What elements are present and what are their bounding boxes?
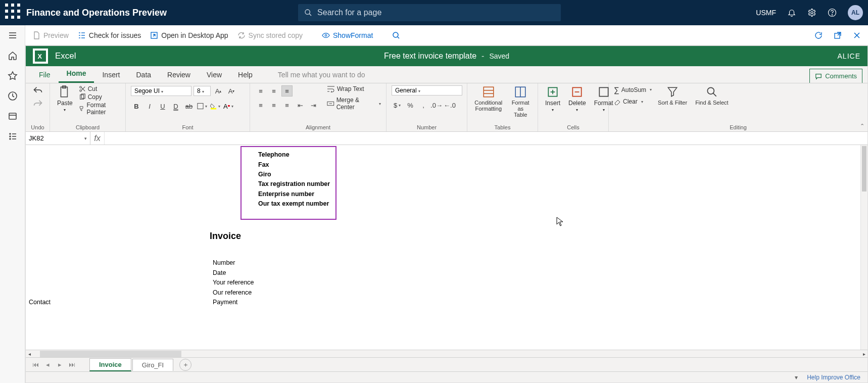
- tab-home[interactable]: Home: [59, 65, 94, 83]
- sheet-nav-last-icon[interactable]: ⏭: [66, 361, 77, 368]
- cell-fax[interactable]: Fax: [258, 161, 269, 168]
- font-color-button[interactable]: A: [223, 101, 234, 112]
- nav-module-icon[interactable]: [8, 111, 18, 121]
- bell-icon[interactable]: [787, 8, 796, 17]
- paste-button[interactable]: Paste▾: [55, 85, 75, 112]
- close-icon[interactable]: [853, 31, 861, 39]
- excel-user[interactable]: ALICE: [838, 52, 860, 60]
- add-sheet-button[interactable]: ＋: [179, 359, 191, 371]
- format-as-table-button[interactable]: Format as Table: [509, 85, 533, 118]
- comma-button[interactable]: ,: [418, 100, 429, 111]
- cell-ourref[interactable]: Our reference: [213, 289, 252, 296]
- cell-payment[interactable]: Payment: [213, 299, 237, 306]
- cell-taxreg[interactable]: Tax registration number: [258, 180, 330, 187]
- nav-star-icon[interactable]: [8, 71, 18, 81]
- sheet-tab-invoice[interactable]: Invoice: [89, 358, 131, 371]
- help-improve-link[interactable]: Help Improve Office: [807, 374, 860, 381]
- number-format-select[interactable]: General: [392, 85, 462, 95]
- tab-insert[interactable]: Insert: [94, 67, 128, 83]
- strike-button[interactable]: ab: [183, 101, 195, 112]
- align-center-button[interactable]: ≡: [268, 100, 279, 111]
- entity-label[interactable]: USMF: [756, 9, 776, 17]
- tab-help[interactable]: Help: [230, 67, 261, 83]
- clear-button[interactable]: Clear: [614, 98, 652, 105]
- currency-button[interactable]: $: [392, 100, 403, 111]
- border-button[interactable]: [197, 101, 208, 112]
- sort-filter-button[interactable]: Sort & Filter: [656, 85, 689, 106]
- sheet-nav-next-icon[interactable]: ▸: [54, 361, 65, 368]
- hscroll-right-icon[interactable]: ▸: [860, 351, 867, 357]
- hscroll-thumb[interactable]: [40, 351, 181, 357]
- cell-number[interactable]: Number: [213, 259, 235, 266]
- increase-decimal-button[interactable]: .0→: [431, 100, 442, 111]
- align-right-button[interactable]: ≡: [281, 100, 293, 111]
- cmd-preview[interactable]: Preview: [32, 31, 69, 39]
- fx-icon[interactable]: fx: [90, 132, 105, 145]
- tab-data[interactable]: Data: [128, 67, 159, 83]
- decrease-font-button[interactable]: A▾: [226, 85, 237, 97]
- excel-doc-title[interactable]: Free text invoice template: [384, 52, 476, 61]
- tab-view[interactable]: View: [199, 67, 230, 83]
- tab-file[interactable]: File: [31, 67, 59, 83]
- cmd-showformat[interactable]: ShowFormat: [322, 31, 373, 39]
- italic-button[interactable]: I: [144, 101, 155, 112]
- increase-indent-button[interactable]: ⇥: [308, 100, 319, 111]
- align-bottom-button[interactable]: ≡: [281, 85, 293, 97]
- wrap-text-button[interactable]: Wrap Text: [327, 85, 381, 92]
- nav-home-icon[interactable]: [8, 51, 18, 61]
- cmd-search[interactable]: [392, 31, 400, 39]
- formula-input[interactable]: [105, 132, 867, 145]
- cell-enterprise[interactable]: Enterprise number: [258, 190, 314, 198]
- align-middle-button[interactable]: ≡: [268, 85, 279, 97]
- nav-menu-icon[interactable]: [8, 30, 18, 40]
- align-left-button[interactable]: ≡: [255, 100, 266, 111]
- cell-telephone[interactable]: Telephone: [258, 151, 290, 158]
- format-painter-button[interactable]: Format Painter: [79, 102, 120, 116]
- gear-icon[interactable]: [807, 8, 816, 17]
- cell-invoice-title[interactable]: Invoice: [210, 231, 241, 242]
- cell-contact[interactable]: Contact: [29, 299, 51, 306]
- sheet-tab-giro[interactable]: Giro_FI: [132, 359, 173, 371]
- cut-button[interactable]: Cut: [79, 85, 120, 92]
- sheet-nav-prev-icon[interactable]: ◂: [42, 361, 53, 368]
- status-menu-icon[interactable]: ▾: [795, 374, 798, 381]
- refresh-icon[interactable]: [814, 31, 823, 39]
- help-icon[interactable]: [828, 8, 837, 17]
- delete-cells-button[interactable]: Delete▾: [566, 85, 588, 112]
- increase-font-button[interactable]: A▴: [213, 85, 224, 97]
- popout-icon[interactable]: [834, 31, 842, 39]
- copy-button[interactable]: Copy: [79, 93, 120, 101]
- nav-clock-icon[interactable]: [8, 91, 18, 101]
- cmd-sync[interactable]: Sync stored copy: [237, 31, 303, 39]
- waffle-icon[interactable]: [5, 4, 21, 22]
- decrease-decimal-button[interactable]: ←.0: [444, 100, 455, 111]
- collapse-ribbon-icon[interactable]: ⌃: [860, 123, 864, 129]
- undo-button[interactable]: [33, 85, 43, 95]
- cmd-open-desktop[interactable]: Open in Desktop App: [150, 31, 228, 39]
- bold-button[interactable]: B: [131, 101, 142, 112]
- global-search[interactable]: Search for a page: [298, 4, 561, 21]
- vertical-scrollbar[interactable]: [860, 145, 867, 350]
- spreadsheet-grid[interactable]: Telephone Fax Giro Tax registration numb…: [26, 145, 867, 350]
- hscroll-left-icon[interactable]: ◂: [26, 351, 33, 357]
- insert-cells-button[interactable]: Insert▾: [543, 85, 562, 112]
- tab-review[interactable]: Review: [159, 67, 199, 83]
- find-select-button[interactable]: Find & Select: [693, 85, 730, 106]
- horizontal-scrollbar[interactable]: ◂ ▸: [26, 350, 867, 357]
- autosum-button[interactable]: ∑AutoSum: [614, 85, 652, 94]
- fill-color-button[interactable]: [210, 101, 221, 112]
- cell-taxexempt[interactable]: Our tax exempt number: [258, 200, 329, 207]
- name-box[interactable]: JK82▾: [26, 132, 90, 145]
- redo-button[interactable]: [33, 99, 43, 109]
- align-top-button[interactable]: ≡: [255, 85, 266, 97]
- cell-giro[interactable]: Giro: [258, 171, 271, 178]
- decrease-indent-button[interactable]: ⇤: [295, 100, 306, 111]
- font-size-select[interactable]: 8: [194, 86, 211, 96]
- percent-button[interactable]: %: [405, 100, 416, 111]
- tell-me[interactable]: Tell me what you want to do: [276, 67, 367, 83]
- nav-list-icon[interactable]: [8, 131, 18, 141]
- comments-button[interactable]: Comments: [809, 69, 862, 83]
- double-underline-button[interactable]: D: [170, 101, 181, 112]
- user-avatar[interactable]: AL: [848, 5, 863, 20]
- font-family-select[interactable]: Segoe UI: [131, 86, 191, 96]
